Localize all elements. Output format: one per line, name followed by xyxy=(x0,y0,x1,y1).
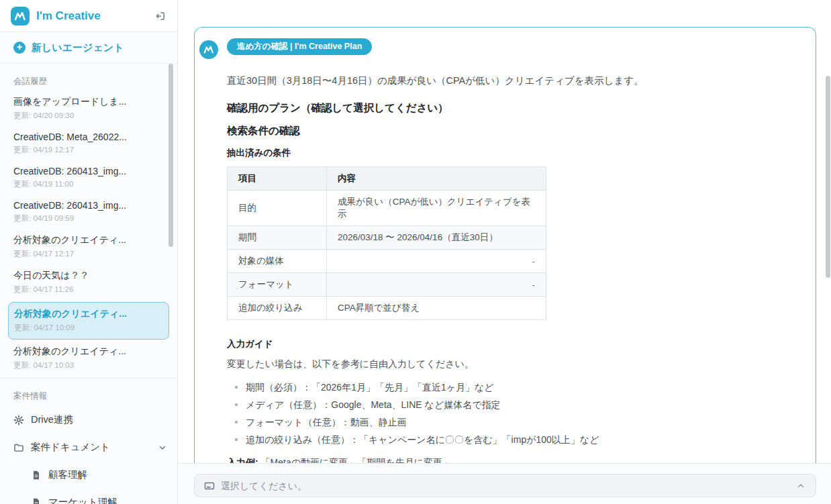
agent-message-card: 進め方の確認 | I'm Creative Plan 直近30日間（3月18日〜… xyxy=(194,27,816,504)
table-row: 目的 成果が良い（CPAが低い）クリエイティブを表示 xyxy=(228,191,546,226)
search-conditions-heading: 検索条件の確認 xyxy=(227,124,797,138)
new-agent-label: 新しいエージェント xyxy=(32,42,124,54)
main-area: 進め方の確認 | I'm Creative Plan 直近30日間（3月18日〜… xyxy=(178,0,831,504)
input-guide-intro: 変更したい場合は、以下を参考に自由入力してください。 xyxy=(227,358,797,370)
conversation-item[interactable]: CreativeDB: 260413_img... 更新: 04/19 11:0… xyxy=(0,161,177,195)
document-icon xyxy=(31,497,42,504)
input-guide-heading: 入力ガイド xyxy=(227,338,797,350)
table-header-item: 項目 xyxy=(228,167,327,191)
table-row: 追加の絞り込み CPA昇順で並び替え xyxy=(228,297,546,320)
conversation-item[interactable]: CreativeDB: Meta_26022... 更新: 04/19 12:1… xyxy=(0,127,177,161)
sidebar-header: I'm Creative xyxy=(0,0,177,32)
project-section-label: 案件情報 xyxy=(13,391,164,402)
list-item: メディア（任意）：Google、Meta、LINE など媒体名で指定 xyxy=(232,399,797,410)
sidebar: I'm Creative + 新しいエージェント 会話履歴 画像をアップロードし… xyxy=(0,0,178,504)
plan-badge: 進め方の確認 | I'm Creative Plan xyxy=(227,38,372,55)
composer-box[interactable] xyxy=(194,474,816,497)
app-logo-icon xyxy=(11,7,30,26)
conversation-item[interactable]: CreativeDB: 260413_img... 更新: 04/19 09:5… xyxy=(0,195,177,230)
select-input-icon xyxy=(204,481,215,491)
list-item: 期間（必須）：「2026年1月」「先月」「直近1ヶ月」など xyxy=(232,382,797,393)
conditions-table: 項目 内容 目的 成果が良い（CPAが低い）クリエイティブを表示 期間 2026… xyxy=(227,166,546,320)
table-row: 対象の媒体 - xyxy=(228,250,546,273)
gear-icon xyxy=(13,415,24,425)
conversation-item[interactable]: 分析対象のクリエイティ... 更新: 04/17 12:17 xyxy=(0,230,177,265)
conversation-item-selected[interactable]: 分析対象のクリエイティ... 更新: 04/17 10:09 xyxy=(8,302,169,340)
sidebar-scrollbar[interactable] xyxy=(168,64,173,247)
new-agent-button[interactable]: + 新しいエージェント xyxy=(0,32,177,64)
sidebar-item-customer-understanding[interactable]: 顧客理解 xyxy=(0,461,177,489)
plan-heading: 確認用のプラン（確認して選択してください） xyxy=(227,101,797,115)
sidebar-item-market-understanding[interactable]: マーケット理解 xyxy=(0,489,177,504)
conversation-item[interactable]: 画像をアップロードしま... 更新: 04/20 09:30 xyxy=(0,91,177,127)
history-section-label: 会話履歴 xyxy=(13,76,164,87)
extracted-conditions-heading: 抽出済みの条件 xyxy=(227,147,797,159)
sidebar-item-documents[interactable]: 案件ドキュメント xyxy=(0,434,177,461)
chevron-up-icon[interactable] xyxy=(795,481,806,491)
app-title: I'm Creative xyxy=(36,9,153,23)
agent-avatar xyxy=(199,40,218,59)
table-row: フォーマット - xyxy=(228,273,546,297)
table-header-content: 内容 xyxy=(327,167,546,191)
sidebar-collapse-icon[interactable] xyxy=(153,9,168,23)
message-intro: 直近30日間（3月18日〜4月16日）の成果が良い（CPAが低い）クリエイティブ… xyxy=(227,74,797,87)
list-item: 追加の絞り込み（任意）：「キャンペーン名に〇〇を含む」「impが100以上」など xyxy=(232,434,797,445)
table-row: 期間 2026/03/18 〜 2026/04/16（直近30日） xyxy=(228,226,546,250)
composer-input[interactable] xyxy=(221,481,789,491)
document-icon xyxy=(31,470,42,481)
conversation-item[interactable]: 今日の天気は？？ 更新: 04/17 11:26 xyxy=(0,265,177,301)
folder-icon xyxy=(13,442,24,453)
chevron-down-icon xyxy=(157,442,168,453)
project-section: 案件情報 Drive連携 案件ドキュメント xyxy=(0,378,177,504)
plus-icon: + xyxy=(13,42,26,54)
sidebar-item-drive[interactable]: Drive連携 xyxy=(0,406,177,434)
window-scrollbar[interactable] xyxy=(826,76,830,278)
list-item: フォーマット（任意）：動画、静止画 xyxy=(232,417,797,427)
input-guide-list: 期間（必須）：「2026年1月」「先月」「直近1ヶ月」など メディア（任意）：G… xyxy=(232,382,797,445)
conversation-item[interactable]: 分析対象のクリエイティ... 更新: 04/17 10:03 xyxy=(0,341,177,376)
composer-panel xyxy=(178,463,831,504)
